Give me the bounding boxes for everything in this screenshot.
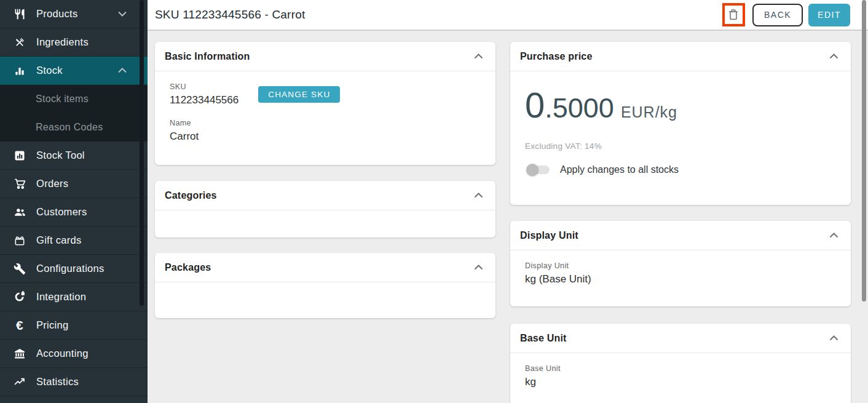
basic-information-body: SKU 112233445566 CHANGE SKU Name Carrot xyxy=(155,71,495,165)
price-display: 0.5000 EUR/kg xyxy=(525,87,836,123)
card-title: Purchase price xyxy=(520,51,593,62)
people-icon xyxy=(12,205,27,220)
card-title: Base Unit xyxy=(520,333,567,344)
sidebar-item-reason-codes[interactable]: Reason Codes xyxy=(0,113,148,142)
right-column: Purchase price 0.5000 EUR/kg Excluding xyxy=(510,42,851,403)
page-scrollbar[interactable] xyxy=(862,0,866,301)
sidebar-item-label: Integration xyxy=(36,291,86,303)
sidebar-item-stock-tool[interactable]: Stock Tool xyxy=(0,142,148,170)
display-unit-body: Display Unit kg (Base Unit) xyxy=(510,250,851,306)
sidebar-item-label: Orders xyxy=(36,178,68,190)
basic-information-card: Basic Information SKU 112233445566 xyxy=(155,42,495,165)
apply-all-stocks-row: Apply changes to all stocks xyxy=(525,164,836,175)
purchase-price-card: Purchase price 0.5000 EUR/kg Excluding xyxy=(510,42,851,205)
header-actions: BACK EDIT xyxy=(722,3,850,26)
sidebar-item-stock-items[interactable]: Stock items xyxy=(0,85,148,113)
packages-header: Packages xyxy=(155,253,495,282)
display-unit-label: Display Unit xyxy=(525,261,836,270)
sidebar-item-label: Stock xyxy=(36,65,63,76)
cart-icon xyxy=(12,177,27,191)
sidebar-item-label: Configurations xyxy=(36,263,105,274)
sidebar-item-label: Ingredients xyxy=(36,36,89,48)
vat-note: Excluding VAT: 14% xyxy=(525,142,836,151)
restaurant-icon xyxy=(12,7,27,22)
sidebar-item-ingredients[interactable]: Ingredients xyxy=(0,28,148,57)
wrench-icon xyxy=(12,261,27,276)
sidebar-item-products[interactable]: Products xyxy=(0,0,148,28)
card-title: Packages xyxy=(165,262,211,273)
toggle-knob xyxy=(526,164,539,176)
categories-header: Categories xyxy=(155,181,495,210)
categories-card: Categories xyxy=(155,181,495,237)
sidebar-item-label: Statistics xyxy=(36,376,79,388)
display-unit-header: Display Unit xyxy=(510,221,851,250)
price-fraction: .5000 xyxy=(545,94,614,122)
sidebar-item-orders[interactable]: Orders xyxy=(0,170,148,198)
edit-button[interactable]: EDIT xyxy=(808,4,850,26)
back-button[interactable]: BACK xyxy=(752,4,803,26)
sidebar-item-label: Customers xyxy=(36,206,87,218)
sku-field: SKU 112233445566 xyxy=(170,82,239,106)
chevron-up-icon xyxy=(474,265,483,270)
sidebar-item-configurations[interactable]: Configurations xyxy=(0,255,148,283)
sidebar-item-label: Accounting xyxy=(36,348,89,359)
card-title: Basic Information xyxy=(165,51,250,62)
change-sku-button[interactable]: CHANGE SKU xyxy=(258,86,340,103)
chevron-up-icon xyxy=(118,68,127,73)
sidebar-item-label: Gift cards xyxy=(36,234,82,246)
page-title: SKU 112233445566 - Carrot xyxy=(155,8,305,22)
globe-plug-icon xyxy=(12,290,27,305)
collapse-button[interactable] xyxy=(471,51,486,62)
sidebar-item-accounting[interactable]: Accounting xyxy=(0,340,148,368)
main-area: SKU 112233445566 - Carrot BACK EDIT xyxy=(148,0,868,403)
sidebar-item-stock[interactable]: Stock xyxy=(0,57,148,85)
chevron-up-icon xyxy=(474,54,483,59)
base-unit-label: Base Unit xyxy=(525,364,836,373)
collapse-button[interactable] xyxy=(827,333,841,343)
base-unit-header: Base Unit xyxy=(510,324,851,353)
bar-chart-icon xyxy=(12,63,27,78)
page-content: Basic Information SKU 112233445566 xyxy=(148,31,868,403)
app-window: Products Ingredients Stock xyxy=(0,0,868,403)
name-label: Name xyxy=(170,119,481,127)
sidebar-item-customers[interactable]: Customers xyxy=(0,198,148,226)
delete-button[interactable] xyxy=(722,3,745,26)
collapse-button[interactable] xyxy=(471,190,486,201)
collapse-button[interactable] xyxy=(827,51,841,62)
sidebar-item-statistics[interactable]: Statistics xyxy=(0,368,148,396)
apply-all-stocks-toggle[interactable] xyxy=(527,164,550,175)
toggle-label: Apply changes to all stocks xyxy=(560,164,679,175)
base-unit-body: Base Unit kg xyxy=(510,353,851,403)
sku-value: 112233445566 xyxy=(170,94,239,106)
sku-row: SKU 112233445566 CHANGE SKU xyxy=(170,82,481,106)
collapse-button[interactable] xyxy=(827,230,841,241)
chevron-down-icon xyxy=(118,11,127,17)
packages-card: Packages xyxy=(155,253,495,318)
display-unit-card: Display Unit Display Unit kg (Base Unit) xyxy=(510,221,851,306)
sidebar-item-label: Pricing xyxy=(36,319,69,331)
gift-icon xyxy=(12,233,27,248)
sidebar-scrollbar[interactable] xyxy=(140,0,144,306)
display-unit-value: kg (Base Unit) xyxy=(525,273,836,285)
basic-information-header: Basic Information xyxy=(155,42,495,71)
sidebar-item-gift-cards[interactable]: Gift cards xyxy=(0,226,148,255)
name-value: Carrot xyxy=(170,130,481,143)
utensils-crossed-icon xyxy=(12,35,27,50)
bank-icon xyxy=(12,346,27,361)
stock-submenu: Stock items Reason Codes xyxy=(0,85,148,142)
base-unit-card: Base Unit Base Unit kg xyxy=(510,324,851,403)
sidebar-item-label: Stock Tool xyxy=(36,150,85,161)
chevron-up-icon xyxy=(829,54,838,59)
purchase-price-header: Purchase price xyxy=(510,42,851,71)
collapse-button[interactable] xyxy=(471,262,486,273)
sidebar-subitem-label: Stock items xyxy=(36,94,89,105)
base-unit-value: kg xyxy=(525,376,836,388)
price-unit: EUR/kg xyxy=(621,103,677,121)
categories-body xyxy=(155,210,495,237)
trash-icon xyxy=(727,7,740,22)
price-whole: 0 xyxy=(525,87,545,123)
packages-body xyxy=(155,282,495,318)
sidebar-item-pricing[interactable]: € Pricing xyxy=(0,311,148,340)
sidebar-item-integration[interactable]: Integration xyxy=(0,283,148,311)
sidebar-subitem-label: Reason Codes xyxy=(36,122,103,133)
